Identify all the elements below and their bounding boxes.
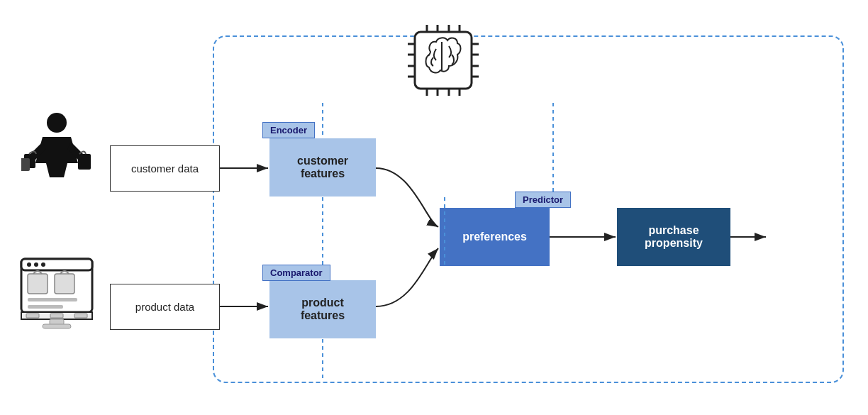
svg-rect-28	[55, 274, 74, 294]
product-data-box: product data	[110, 284, 220, 330]
svg-rect-20	[21, 158, 30, 171]
customer-person-icon	[21, 110, 92, 188]
encoder-badge: Encoder	[262, 122, 315, 138]
product-features-box: productfeatures	[269, 280, 376, 338]
diagram-container: customer data product data customerfeatu…	[0, 0, 868, 415]
svg-point-25	[34, 262, 38, 267]
brain-chip-icon	[404, 21, 482, 99]
comparator-badge: Comparator	[262, 265, 330, 281]
svg-rect-34	[74, 314, 87, 318]
predictor-badge: Predictor	[515, 192, 571, 208]
svg-rect-36	[43, 324, 71, 328]
svg-rect-33	[50, 314, 63, 318]
svg-rect-23	[21, 259, 92, 270]
svg-rect-32	[26, 314, 39, 318]
purchase-propensity-box: purchasepropensity	[617, 208, 730, 266]
svg-point-18	[47, 113, 67, 133]
svg-point-24	[27, 262, 31, 267]
svg-point-26	[41, 262, 45, 267]
svg-rect-0	[415, 32, 472, 89]
preferences-box: preferences	[440, 208, 550, 266]
customer-data-box: customer data	[110, 145, 220, 192]
svg-rect-21	[78, 154, 91, 170]
customer-features-box: customerfeatures	[269, 138, 376, 197]
svg-rect-29	[28, 298, 77, 301]
svg-rect-30	[28, 305, 63, 309]
svg-rect-27	[28, 274, 48, 294]
product-website-icon	[18, 255, 96, 333]
